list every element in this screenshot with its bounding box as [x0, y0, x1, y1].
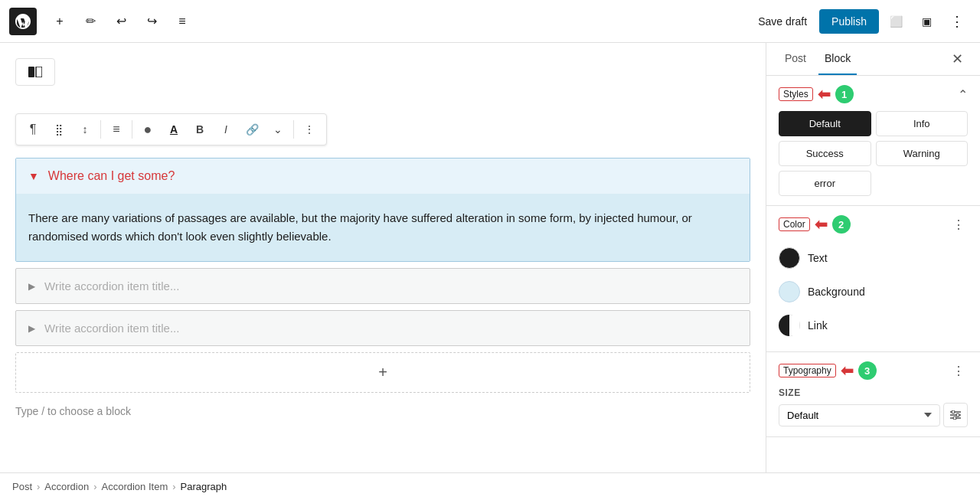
move-btn[interactable]: ↕	[73, 117, 97, 142]
drag-handle-btn[interactable]: ⣿	[47, 117, 71, 142]
link-color-label: Link	[808, 319, 828, 332]
tab-block[interactable]: Block	[818, 43, 857, 75]
typography-circle-num: 3	[858, 361, 877, 380]
accordion-header-3[interactable]: ▶ Write accordion item title...	[16, 311, 750, 345]
accordion-arrow-3: ▶	[28, 323, 35, 334]
accordion-arrow-2: ▶	[28, 281, 35, 292]
save-draft-button[interactable]: Save draft	[749, 9, 816, 34]
accordion-paragraph-1: There are many variations of passages ar…	[28, 209, 737, 246]
italic-btn[interactable]: I	[214, 117, 238, 142]
text-color-btn[interactable]: A	[162, 117, 186, 142]
more-text-btn[interactable]: ⌄	[266, 117, 290, 142]
breadcrumb-post[interactable]: Post	[12, 481, 32, 492]
edit-toolbar-btn[interactable]: ✏	[77, 8, 104, 35]
breadcrumb-sep1: ›	[37, 481, 40, 492]
typography-section-header: Typography ⬅ 3 ⋮	[779, 361, 968, 380]
breadcrumb-paragraph: Paragraph	[181, 481, 227, 492]
typography-more-btn[interactable]: ⋮	[949, 361, 968, 380]
style-btn-success[interactable]: Success	[779, 141, 871, 166]
editor-area: ¶ ⣿ ↕ ≡ ● A B I 🔗 ⌄ ⋮ ▼ Where can I get …	[0, 43, 766, 472]
styles-chevron-icon[interactable]: ⌃	[958, 87, 968, 102]
text-color-swatch	[779, 247, 800, 269]
accordion-arrow-1: ▼	[28, 170, 39, 182]
svg-point-5	[952, 410, 955, 413]
styles-section: Styles ⬅ 1 ⌃ Default Info Success Warnin…	[766, 76, 980, 206]
divider2	[132, 120, 132, 139]
styles-circle-num: 1	[835, 85, 854, 103]
sidebar-close-button[interactable]: ✕	[946, 48, 968, 70]
size-select[interactable]: Default Small Medium Large Extra Large	[779, 404, 940, 426]
link-btn[interactable]: 🔗	[240, 117, 264, 142]
styles-label-box: Styles	[779, 87, 813, 101]
accordion-header-1[interactable]: ▼ Where can I get some?	[16, 158, 750, 194]
typography-annotation: Typography ⬅ 3	[779, 361, 877, 380]
align-btn[interactable]: ≡	[104, 117, 129, 142]
svg-point-6	[956, 413, 959, 417]
list-view-btn[interactable]: ≡	[168, 8, 196, 35]
accordion-placeholder-3: Write accordion item title...	[44, 322, 179, 335]
styles-annotation: Styles ⬅ 1	[779, 85, 854, 103]
bold-btn[interactable]: B	[188, 117, 212, 142]
tab-post[interactable]: Post	[779, 43, 812, 75]
color-annotation: Color ⬅ 2	[779, 215, 851, 234]
background-color-label: Background	[808, 286, 865, 298]
color-label-box: Color	[779, 217, 810, 231]
accordion-placeholder-2: Write accordion item title...	[44, 279, 179, 292]
block-toolbar: ¶ ⣿ ↕ ≡ ● A B I 🔗 ⌄ ⋮	[15, 113, 327, 145]
sidebar-toggle-btn[interactable]: ▣	[913, 8, 940, 35]
accordion-block-2[interactable]: ▶ Write accordion item title...	[15, 268, 750, 304]
text-color-label: Text	[808, 252, 828, 264]
color-more-btn[interactable]: ⋮	[949, 215, 968, 234]
editor-inner: ¶ ⣿ ↕ ≡ ● A B I 🔗 ⌄ ⋮ ▼ Where can I get …	[15, 58, 750, 423]
link-swatch-left	[779, 315, 789, 336]
styles-section-header: Styles ⬅ 1 ⌃	[779, 85, 968, 103]
wp-logo	[9, 8, 37, 35]
accordion-header-2[interactable]: ▶ Write accordion item title...	[16, 269, 750, 303]
breadcrumb-sep2: ›	[93, 481, 96, 492]
preview-toggle[interactable]	[15, 58, 55, 86]
link-color-swatch	[779, 315, 800, 336]
accordion-title-1: Where can I get some?	[48, 169, 175, 183]
color-section-header: Color ⬅ 2 ⋮	[779, 215, 968, 234]
style-btn-default[interactable]: Default	[779, 111, 871, 136]
color-background-item[interactable]: Background	[779, 275, 968, 309]
view-toggle-btn[interactable]: ⬜	[882, 8, 910, 35]
style-btn-warning[interactable]: Warning	[876, 141, 969, 166]
style-btn-info[interactable]: Info	[876, 111, 969, 136]
size-label: SIZE	[779, 387, 968, 398]
color-circle-num: 2	[832, 215, 851, 234]
size-filter-btn[interactable]	[943, 403, 968, 427]
svg-rect-0	[28, 67, 34, 77]
add-block-button[interactable]: +	[15, 352, 750, 393]
svg-point-7	[953, 417, 956, 420]
paragraph-type-btn[interactable]: ¶	[21, 117, 45, 142]
publish-button[interactable]: Publish	[819, 9, 879, 34]
breadcrumb-accordion-item[interactable]: Accordion Item	[102, 481, 168, 492]
color-link-item[interactable]: Link	[779, 309, 968, 342]
color-picker-btn[interactable]: ●	[136, 117, 160, 142]
svg-rect-1	[36, 67, 42, 77]
breadcrumb-sep3: ›	[172, 481, 175, 492]
redo-btn[interactable]: ↪	[138, 8, 165, 35]
breadcrumb: Post › Accordion › Accordion Item › Para…	[0, 472, 980, 500]
styles-arrow-icon: ⬅	[818, 85, 831, 103]
style-btn-error[interactable]: error	[779, 171, 871, 196]
background-color-swatch	[779, 281, 800, 302]
sidebar: Post Block ✕ Styles ⬅ 1 ⌃ Default Info S…	[766, 43, 980, 472]
size-controls: Default Small Medium Large Extra Large	[779, 403, 968, 427]
color-section: Color ⬅ 2 ⋮ Text Background	[766, 206, 980, 352]
divider3	[293, 120, 294, 139]
more-options-btn[interactable]: ⋮	[943, 8, 971, 35]
link-swatch-right	[789, 315, 800, 336]
accordion-block-3[interactable]: ▶ Write accordion item title...	[15, 310, 750, 346]
accordion-block-1: ▼ Where can I get some? There are many v…	[15, 158, 750, 262]
sidebar-tabs: Post Block ✕	[766, 43, 980, 76]
color-arrow-icon: ⬅	[815, 215, 828, 234]
breadcrumb-accordion[interactable]: Accordion	[44, 481, 89, 492]
undo-btn[interactable]: ↩	[107, 8, 135, 35]
divider1	[100, 120, 101, 139]
add-block-toolbar-btn[interactable]: +	[46, 8, 74, 35]
type-hint: Type / to choose a block	[15, 405, 750, 417]
color-text-item[interactable]: Text	[779, 241, 968, 275]
overflow-menu-btn[interactable]: ⋮	[297, 117, 322, 142]
